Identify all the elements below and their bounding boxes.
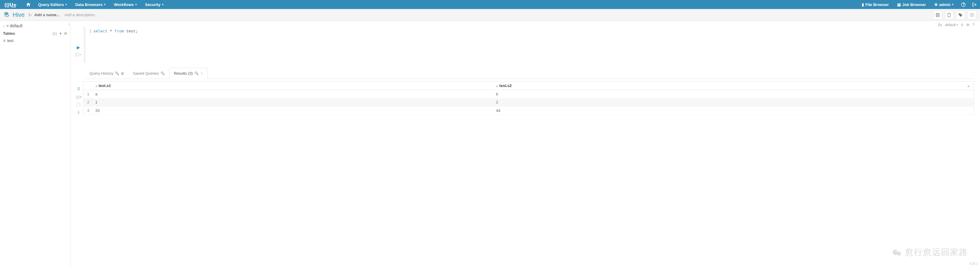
sort-icon: ◆ [95,84,97,87]
chevron-down-icon: ▾ [104,3,106,6]
logout-icon[interactable] [969,0,980,9]
run-button[interactable]: ▶ [77,45,80,50]
editor-db-selector[interactable]: default▾ [945,23,958,27]
result-tabs: Query History 🔍 ▦ Saved Queries 🔍 Result… [85,68,974,79]
table-corner [83,82,92,90]
database-name: default [10,24,22,28]
database-selector[interactable]: ‹ ≡ default [3,24,67,28]
nav-security[interactable]: Security▾ [141,0,168,9]
chevron-down-icon: ▾ [65,3,67,6]
database-icon: ≡ [6,24,9,28]
line-number: 1 [88,28,92,35]
editor-controls: ▶ ⿴▾ [73,27,84,63]
table-row[interactable]: 212 [83,98,974,106]
svg-point-7 [971,14,972,16]
help-icon[interactable]: ? [958,0,969,9]
svg-rect-6 [937,15,939,16]
nav-label: Security [145,2,161,7]
search-icon: 🔍 [161,72,165,75]
nav-admin[interactable]: ✲admin▾ [930,0,958,9]
help-icon[interactable]: ? [972,23,975,27]
save-button[interactable] [933,11,942,19]
table-item[interactable]: ⊞ test [3,38,67,44]
top-nav: ((|U͟e Query Editors▾ Data Browsers▾ Wor… [0,0,980,9]
sort-icon: ◆ [496,84,498,87]
hue-logo[interactable]: ((|U͟e [0,2,23,8]
chart-view-icon[interactable]: ▥▾ [76,94,82,99]
new-button[interactable] [945,11,954,19]
svg-rect-5 [937,13,938,14]
nav-label: Workflows [114,2,134,7]
filter-icon[interactable]: ▼ [59,32,62,36]
nav-file-browser[interactable]: ▮File Browser [858,0,893,9]
results-table: ◆test.s1 ◆test.s2 ◆ 1ab 212 33344 [83,81,974,115]
sort-icon: ◆ [967,84,969,87]
main-panel: 0s default▾ ⎘ ⚙ ? ▶ ⿴▾ 1select * from te… [70,21,980,267]
table-icon: ⊞ [3,39,6,43]
table-row[interactable]: 33344 [83,106,974,115]
nav-job-browser[interactable]: ▤Job Browser [893,0,930,9]
tab-label: Query History [89,71,113,76]
nav-query-editors[interactable]: Query Editors▾ [34,0,71,9]
search-icon: 🔍 [194,72,199,75]
column-header[interactable]: ◆test.s1 [92,82,493,90]
grid-view-icon[interactable]: ⠿ [77,87,80,92]
nav-label: admin [939,2,951,7]
editor-area: 0s default▾ ⎘ ⚙ ? ▶ ⿴▾ 1select * from te… [70,21,980,63]
tables-label: Tables [3,31,15,36]
list-icon: ▤ [897,2,901,7]
collapse-sidebar-icon[interactable]: ‹ [68,21,70,27]
gear-icon[interactable]: ⚙ [966,23,969,27]
nav-workflows[interactable]: Workflows▾ [110,0,141,9]
table-name: test [7,38,13,43]
home-icon[interactable] [23,0,34,9]
chevron-down-icon: ▾ [135,3,137,6]
query-name-input[interactable]: Add a name... [34,13,60,17]
results-side-controls: ⠿ ▥▾ ⿴ ⬇ [74,81,83,115]
nav-label: Data Browsers [75,2,103,7]
chevron-down-icon: ▾ [956,24,958,26]
results-panel: ⠿ ▥▾ ⿴ ⬇ ◆test.s1 ◆test.s2 ◆ 1ab 212 [74,81,974,115]
sidebar: ‹ ‹ ≡ default Tables (1) ▼ ⟳ ⊞ test [0,21,70,267]
sub-header: Hive ↻ Add a name... Add a description..… [0,9,980,21]
file-icon: ▮ [862,2,864,7]
column-header-end[interactable]: ◆ [964,82,974,90]
explain-button[interactable]: ⿴▾ [75,52,81,57]
app-name: Hive [13,11,25,18]
header-actions [933,11,977,19]
exec-time: 0s [938,23,942,27]
nav-label: File Browser [865,2,889,7]
chevron-left-icon: ‹ [3,24,5,28]
chevron-down-icon: ▾ [952,3,954,6]
column-header[interactable]: ◆test.s2 [493,82,964,90]
tab-label: Results (3) [174,71,192,76]
download-icon[interactable]: ⬇ [77,110,80,115]
gear-icon: ✲ [934,2,938,7]
table-row[interactable]: 1ab [83,90,974,99]
calendar-icon: ▦ [121,72,124,75]
query-desc-input[interactable]: Add a description... [65,13,933,17]
nav-label: Job Browser [902,2,926,7]
refresh-icon[interactable]: ↻ [28,13,32,17]
editor-topright: 0s default▾ ⎘ ⚙ ? [938,23,975,27]
svg-text:?: ? [963,3,964,6]
tab-saved-queries[interactable]: Saved Queries 🔍 [129,68,169,79]
nav-label: Query Editors [38,2,64,7]
refresh-tables-icon[interactable]: ⟳ [64,32,67,36]
tab-query-history[interactable]: Query History 🔍 ▦ [85,68,129,79]
tag-button[interactable] [956,11,965,19]
sql-editor[interactable]: 1select * from test; [84,27,974,63]
svg-text:((|U͟e: ((|U͟e [5,2,16,8]
resize-handle[interactable]: ··· [83,65,968,68]
tab-label: Saved Queries [133,71,159,76]
hive-app-icon [3,11,11,19]
tab-results[interactable]: Results (3) 🔍 ⤡ [169,68,208,79]
table-header-row: ◆test.s1 ◆test.s2 ◆ [83,82,974,90]
settings-button[interactable] [967,11,977,19]
columns-icon[interactable]: ⿴ [76,102,81,107]
nav-data-browsers[interactable]: Data Browsers▾ [71,0,110,9]
copy-icon[interactable]: ⎘ [961,23,963,27]
table-count: (1) [52,32,57,36]
expand-icon: ⤡ [200,72,203,75]
tables-header: Tables (1) ▼ ⟳ [3,31,67,36]
